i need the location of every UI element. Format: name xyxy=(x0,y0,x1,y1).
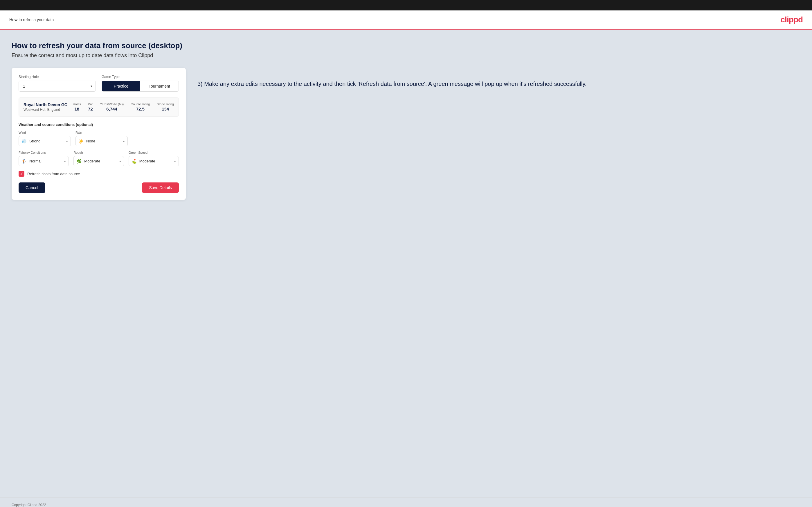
rough-select[interactable]: Moderate Light Heavy xyxy=(73,156,124,166)
wind-select[interactable]: Strong Light None Moderate xyxy=(18,136,71,146)
rough-select-wrapper: 🌿 Moderate Light Heavy xyxy=(73,156,124,166)
starting-hole-select-wrapper: 1 2 10 xyxy=(18,80,96,92)
green-speed-group: Green Speed ⛳ Moderate Slow Fast xyxy=(129,151,179,166)
wind-group: Wind 💨 Strong Light None Moderate xyxy=(18,131,71,146)
footer-copyright: Copyright Clippd 2022 xyxy=(12,503,46,507)
rain-select-wrapper: ☀️ None Light Heavy xyxy=(75,136,128,146)
wind-label: Wind xyxy=(18,131,71,134)
conditions-row: Fairway Conditions 🏌️ Normal Soft Firm R… xyxy=(18,151,179,166)
holes-value: 18 xyxy=(74,106,79,111)
form-card: Starting Hole 1 2 10 Game Type Practice … xyxy=(12,68,186,200)
rough-group: Rough 🌿 Moderate Light Heavy xyxy=(73,151,124,166)
fairway-select[interactable]: Normal Soft Firm xyxy=(18,156,69,166)
header-title: How to refresh your data xyxy=(9,17,54,22)
yards-label: Yards/White (M)) xyxy=(100,102,124,106)
game-type-group: Game Type Practice Tournament xyxy=(102,75,179,92)
green-speed-label: Green Speed xyxy=(129,151,179,154)
page-title: How to refresh your data from source (de… xyxy=(12,41,800,50)
holes-stat: Holes 18 xyxy=(73,102,81,112)
wind-select-wrapper: 💨 Strong Light None Moderate xyxy=(18,136,71,146)
save-button[interactable]: Save Details xyxy=(142,182,179,193)
refresh-checkbox[interactable] xyxy=(18,171,24,177)
placeholder-group xyxy=(133,131,179,146)
par-value: 72 xyxy=(88,106,93,111)
starting-hole-group: Starting Hole 1 2 10 xyxy=(18,75,96,92)
yards-stat: Yards/White (M)) 6,744 xyxy=(100,102,124,112)
rough-label: Rough xyxy=(73,151,124,154)
slope-rating-value: 134 xyxy=(162,106,169,111)
tournament-button[interactable]: Tournament xyxy=(140,81,179,91)
course-rating-value: 72.5 xyxy=(136,106,145,111)
main-content: How to refresh your data from source (de… xyxy=(0,30,812,497)
game-type-buttons: Practice Tournament xyxy=(102,80,179,92)
logo: clippd xyxy=(781,15,803,24)
rain-select[interactable]: None Light Heavy xyxy=(75,136,128,146)
wind-rain-row: Wind 💨 Strong Light None Moderate Rain xyxy=(18,131,179,146)
top-bar xyxy=(0,0,812,10)
slope-rating-label: Slope rating xyxy=(157,102,174,106)
content-area: Starting Hole 1 2 10 Game Type Practice … xyxy=(12,68,800,200)
fairway-select-wrapper: 🏌️ Normal Soft Firm xyxy=(18,156,69,166)
footer: Copyright Clippd 2022 xyxy=(0,497,812,507)
green-speed-select-wrapper: ⛳ Moderate Slow Fast xyxy=(129,156,179,166)
yards-value: 6,744 xyxy=(106,106,117,111)
side-text: 3) Make any extra edits necessary to the… xyxy=(197,68,800,88)
green-speed-select[interactable]: Moderate Slow Fast xyxy=(129,156,179,166)
side-description: 3) Make any extra edits necessary to the… xyxy=(197,79,800,88)
cancel-button[interactable]: Cancel xyxy=(18,182,45,193)
course-name-block: Royal North Devon GC, Westward Ho!, Engl… xyxy=(23,102,68,112)
refresh-checkbox-row: Refresh shots from data source xyxy=(18,171,179,177)
game-type-label: Game Type xyxy=(102,75,179,79)
course-rating-stat: Course rating 72.5 xyxy=(131,102,150,112)
header: How to refresh your data clippd xyxy=(0,10,812,30)
fairway-label: Fairway Conditions xyxy=(18,151,69,154)
par-label: Par xyxy=(88,102,93,106)
rain-group: Rain ☀️ None Light Heavy xyxy=(75,131,128,146)
button-row: Cancel Save Details xyxy=(18,182,179,193)
course-stats: Holes 18 Par 72 Yards/White (M)) 6,744 C… xyxy=(73,102,174,112)
par-stat: Par 72 xyxy=(88,102,93,112)
practice-button[interactable]: Practice xyxy=(102,81,140,91)
rain-label: Rain xyxy=(75,131,128,134)
fairway-group: Fairway Conditions 🏌️ Normal Soft Firm xyxy=(18,151,69,166)
course-location: Westward Ho!, England xyxy=(23,108,68,112)
course-name: Royal North Devon GC, xyxy=(23,102,68,107)
holes-label: Holes xyxy=(73,102,81,106)
course-info: Royal North Devon GC, Westward Ho!, Engl… xyxy=(18,98,179,117)
page-subtitle: Ensure the correct and most up to date d… xyxy=(12,53,800,59)
refresh-label: Refresh shots from data source xyxy=(27,172,80,176)
course-rating-label: Course rating xyxy=(131,102,150,106)
slope-rating-stat: Slope rating 134 xyxy=(157,102,174,112)
top-form-row: Starting Hole 1 2 10 Game Type Practice … xyxy=(18,75,179,92)
conditions-title: Weather and course conditions (optional) xyxy=(18,122,179,127)
starting-hole-label: Starting Hole xyxy=(18,75,96,79)
starting-hole-select[interactable]: 1 2 10 xyxy=(18,80,96,92)
